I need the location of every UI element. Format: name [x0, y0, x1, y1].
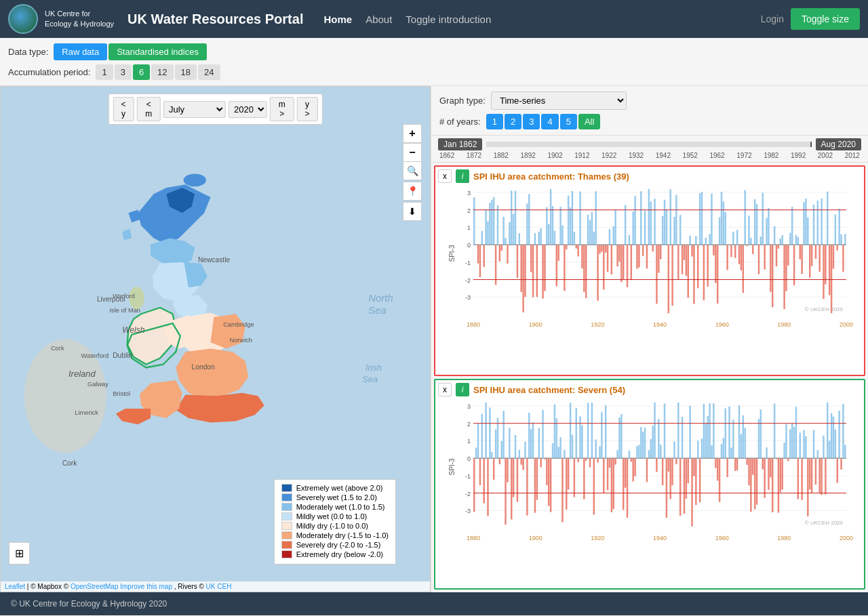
leaflet-link[interactable]: Leaflet — [5, 583, 25, 590]
standardised-button[interactable]: Standardised indices — [108, 43, 207, 60]
svg-rect-158 — [707, 245, 708, 287]
timeline-year-1962: 1962 — [709, 152, 724, 159]
svg-rect-115 — [623, 245, 624, 279]
svg-text:0: 0 — [467, 455, 471, 462]
login-button[interactable]: Login — [761, 14, 784, 24]
svg-rect-275 — [513, 458, 514, 497]
svg-rect-75 — [544, 245, 545, 291]
svg-rect-44 — [483, 245, 484, 267]
svg-rect-263 — [489, 407, 490, 458]
timeline-year-1932: 1932 — [629, 152, 644, 159]
svg-rect-198 — [785, 245, 787, 291]
svg-rect-279 — [520, 458, 521, 465]
year-button-3[interactable]: 3 — [523, 114, 540, 129]
svg-rect-105 — [603, 245, 604, 289]
svg-rect-416 — [789, 429, 791, 458]
svg-rect-432 — [821, 458, 822, 495]
svg-rect-49 — [493, 197, 494, 245]
accum-button-12[interactable]: 12 — [151, 64, 173, 80]
svg-text:0: 0 — [467, 242, 471, 249]
legend-label: Severely wet (1.5 to 2.0) — [296, 493, 377, 501]
next-month-button[interactable]: m > — [270, 97, 294, 121]
accum-button-24[interactable]: 24 — [198, 64, 220, 80]
svg-rect-91 — [576, 245, 577, 248]
year-button-4[interactable]: 4 — [541, 114, 558, 129]
svg-rect-207 — [803, 202, 804, 245]
svg-rect-67 — [528, 194, 530, 245]
svg-rect-95 — [583, 245, 585, 292]
controls-bar: Data type: Raw data Standardised indices… — [0, 38, 868, 86]
chart-close-button[interactable]: x — [438, 383, 452, 396]
svg-rect-118 — [629, 235, 630, 245]
svg-text:Welsh: Welsh — [122, 325, 145, 335]
prev-month-button[interactable]: < m — [137, 97, 161, 121]
year-select[interactable]: 2020 — [229, 101, 267, 118]
nav-home[interactable]: Home — [323, 14, 352, 25]
year-button-2[interactable]: 2 — [505, 114, 521, 129]
ukceh-link[interactable]: UK CEH — [206, 583, 232, 590]
svg-rect-52 — [499, 245, 500, 262]
year-button-5[interactable]: 5 — [560, 114, 577, 129]
svg-rect-197 — [783, 245, 785, 309]
svg-rect-332 — [625, 458, 626, 488]
accum-button-1[interactable]: 1 — [96, 64, 113, 80]
year-buttons: 12345All — [486, 114, 601, 129]
svg-rect-62 — [519, 233, 520, 245]
chart-info-button[interactable]: i — [456, 383, 469, 396]
svg-rect-358 — [675, 458, 677, 464]
svg-rect-59 — [513, 214, 514, 245]
year-button-1[interactable]: 1 — [486, 114, 503, 129]
raw-data-button[interactable]: Raw data — [54, 43, 107, 60]
svg-rect-368 — [695, 458, 696, 505]
svg-rect-357 — [673, 441, 675, 458]
svg-rect-351 — [662, 458, 663, 485]
prev-year-button[interactable]: < y — [113, 97, 134, 121]
location-button[interactable]: 📍 — [403, 182, 422, 201]
svg-rect-348 — [656, 458, 657, 472]
nav-about[interactable]: About — [366, 14, 392, 25]
legend-label: Moderately dry (-1.5 to -1.0) — [296, 531, 389, 539]
next-year-button[interactable]: y > — [296, 97, 317, 121]
svg-rect-86 — [566, 245, 567, 249]
svg-text:1960: 1960 — [715, 321, 729, 328]
chart-box-chart2: xiSPI IHU area catchment: Severn (54)-3-… — [434, 379, 865, 590]
zoom-out-button[interactable]: − — [403, 143, 422, 162]
svg-rect-331 — [623, 458, 624, 510]
svg-rect-179 — [748, 215, 749, 245]
osm-attribution[interactable]: OpenStreetMap — [71, 583, 119, 590]
svg-rect-266 — [495, 430, 496, 458]
svg-rect-186 — [762, 192, 764, 245]
svg-rect-271 — [505, 458, 506, 525]
svg-rect-323 — [607, 458, 608, 490]
svg-rect-408 — [774, 403, 775, 458]
graph-type-select[interactable]: Time-seriesBar chartBox plot — [491, 91, 627, 110]
download-button[interactable]: ⬇ — [403, 202, 422, 221]
svg-rect-149 — [689, 236, 690, 245]
chart-info-button[interactable]: i — [456, 169, 469, 183]
month-select[interactable]: JanuaryFebruaryMarchAprilMayJuneJulyAugu… — [163, 101, 226, 118]
improve-link[interactable]: Improve this map — [120, 583, 172, 590]
svg-rect-370 — [699, 458, 701, 502]
accum-button-18[interactable]: 18 — [175, 64, 197, 80]
zoom-in-button[interactable]: + — [403, 124, 422, 143]
timeline-track[interactable] — [486, 142, 811, 147]
svg-rect-170 — [730, 245, 732, 257]
accum-button-3[interactable]: 3 — [115, 64, 132, 80]
layer-button[interactable]: ⊞ — [9, 542, 30, 564]
svg-rect-139 — [669, 189, 671, 245]
svg-rect-374 — [707, 416, 708, 458]
svg-rect-273 — [509, 428, 510, 458]
svg-rect-61 — [517, 245, 518, 278]
toggle-size-button[interactable]: Toggle size — [791, 8, 860, 30]
search-map-button[interactable]: 🔍 — [403, 161, 422, 180]
svg-rect-224 — [837, 245, 838, 250]
accum-button-6[interactable]: 6 — [133, 64, 150, 80]
svg-rect-156 — [703, 245, 705, 300]
svg-rect-423 — [803, 430, 804, 458]
chart-close-button[interactable]: x — [438, 169, 452, 183]
nav-toggle-intro[interactable]: Toggle introduction — [406, 14, 491, 25]
svg-rect-162 — [715, 245, 716, 283]
year-button-All[interactable]: All — [578, 114, 600, 129]
chart-header: xiSPI IHU area catchment: Thames (39) — [438, 169, 861, 183]
svg-rect-431 — [818, 458, 820, 493]
